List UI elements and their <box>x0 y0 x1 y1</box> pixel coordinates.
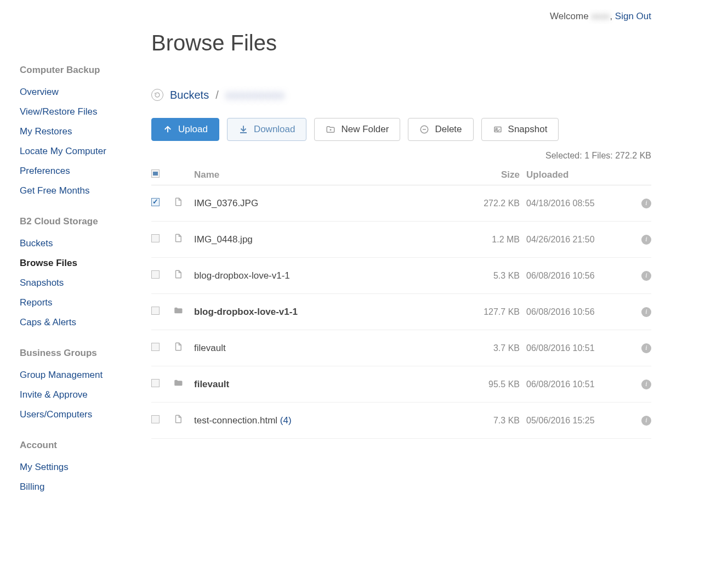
sidebar-item-reports[interactable]: Reports <box>20 293 132 313</box>
new-folder-icon <box>326 124 335 134</box>
sidebar-item-my-restores[interactable]: My Restores <box>20 122 132 142</box>
row-checkbox[interactable] <box>151 198 160 206</box>
col-size[interactable]: Size <box>470 169 520 180</box>
breadcrumb-current-blurred: xxxxxxxxx <box>225 88 285 101</box>
sidebar-item-caps-alerts[interactable]: Caps & Alerts <box>20 313 132 332</box>
delete-button[interactable]: Delete <box>408 118 473 141</box>
file-table: Name Size Uploaded IMG_0376.JPG272.2 KB0… <box>151 165 651 439</box>
sign-out-link[interactable]: Sign Out <box>615 11 651 21</box>
new-folder-button[interactable]: New Folder <box>314 118 400 141</box>
file-uploaded: 05/06/2016 15:25 <box>520 416 618 426</box>
username-blurred: xxxx <box>591 11 610 21</box>
sidebar-item-view-restore-files[interactable]: View/Restore Files <box>20 102 132 122</box>
info-icon[interactable]: i <box>641 199 651 208</box>
table-row: blog-dropbox-love-v1-15.3 KB06/08/2016 1… <box>151 258 651 294</box>
download-label: Download <box>254 124 295 135</box>
file-size: 5.3 KB <box>470 271 520 281</box>
file-uploaded: 06/08/2016 10:51 <box>520 343 618 353</box>
upload-icon <box>163 124 173 134</box>
table-header: Name Size Uploaded <box>151 165 651 185</box>
main-content: Welcome xxxx, Sign Out Browse Files Buck… <box>132 0 728 513</box>
file-size: 3.7 KB <box>470 343 520 353</box>
welcome-text: Welcome <box>550 11 589 21</box>
file-icon <box>173 233 183 244</box>
sidebar-section-header: B2 Cloud Storage <box>20 216 132 227</box>
sidebar-item-buckets[interactable]: Buckets <box>20 234 132 253</box>
file-uploaded: 04/18/2016 08:55 <box>520 199 618 208</box>
sidebar-item-preferences[interactable]: Preferences <box>20 161 132 181</box>
sidebar-item-browse-files[interactable]: Browse Files <box>20 253 132 273</box>
file-uploaded: 04/26/2016 21:50 <box>520 235 618 245</box>
download-icon <box>238 124 248 134</box>
toolbar: Upload Download New Folder Delete Snapsh… <box>151 118 651 141</box>
select-all-checkbox[interactable] <box>151 169 160 178</box>
file-size: 272.2 KB <box>470 199 520 208</box>
folder-icon <box>173 377 183 388</box>
info-icon[interactable]: i <box>641 235 651 245</box>
row-checkbox[interactable] <box>151 270 160 279</box>
new-folder-label: New Folder <box>341 124 389 135</box>
col-uploaded[interactable]: Uploaded <box>520 169 618 180</box>
version-count[interactable]: (4) <box>277 415 292 426</box>
file-name[interactable]: IMG_0376.JPG <box>194 198 258 208</box>
snapshot-label: Snapshot <box>508 124 548 135</box>
table-row: test-connection.html (4)7.3 KB05/06/2016… <box>151 403 651 439</box>
breadcrumb: Buckets / xxxxxxxxx <box>151 88 651 101</box>
file-size: 127.7 KB <box>470 307 520 317</box>
back-icon[interactable] <box>151 89 163 101</box>
file-uploaded: 06/08/2016 10:51 <box>520 380 618 389</box>
page-title: Browse Files <box>151 31 651 55</box>
file-name[interactable]: filevault <box>194 379 229 389</box>
file-icon <box>173 341 183 352</box>
row-checkbox[interactable] <box>151 415 160 423</box>
sidebar-section-header: Business Groups <box>20 348 132 359</box>
sidebar-item-get-free-months[interactable]: Get Free Months <box>20 181 132 201</box>
file-icon <box>173 414 183 424</box>
file-uploaded: 06/08/2016 10:56 <box>520 271 618 281</box>
sidebar-item-overview[interactable]: Overview <box>20 82 132 102</box>
selection-info: Selected: 1 Files: 272.2 KB <box>151 151 651 161</box>
col-name[interactable]: Name <box>194 169 470 180</box>
row-checkbox[interactable] <box>151 343 160 351</box>
table-row: IMG_0448.jpg1.2 MB04/26/2016 21:50i <box>151 222 651 258</box>
sidebar-section-header: Computer Backup <box>20 65 132 76</box>
table-row: IMG_0376.JPG272.2 KB04/18/2016 08:55i <box>151 185 651 222</box>
sidebar-item-my-settings[interactable]: My Settings <box>20 457 132 477</box>
file-name[interactable]: test-connection.html <box>194 415 277 426</box>
sidebar-section-header: Account <box>20 440 132 451</box>
row-checkbox[interactable] <box>151 234 160 242</box>
file-name[interactable]: blog-dropbox-love-v1-1 <box>194 270 290 281</box>
delete-label: Delete <box>435 124 462 135</box>
row-checkbox[interactable] <box>151 307 160 315</box>
table-row: blog-dropbox-love-v1-1127.7 KB06/08/2016… <box>151 294 651 330</box>
snapshot-button[interactable]: Snapshot <box>481 118 559 141</box>
download-button[interactable]: Download <box>227 118 307 141</box>
table-row: filevault3.7 KB06/08/2016 10:51i <box>151 330 651 366</box>
file-icon <box>173 196 183 207</box>
file-name[interactable]: blog-dropbox-love-v1-1 <box>194 307 298 317</box>
file-size: 1.2 MB <box>470 235 520 245</box>
info-icon[interactable]: i <box>641 271 651 281</box>
upload-button[interactable]: Upload <box>151 118 219 141</box>
delete-icon <box>419 124 429 134</box>
info-icon[interactable]: i <box>641 343 651 353</box>
sidebar-item-users-computers[interactable]: Users/Computers <box>20 405 132 424</box>
file-name[interactable]: filevault <box>194 343 226 353</box>
file-size: 7.3 KB <box>470 416 520 426</box>
info-icon[interactable]: i <box>641 416 651 426</box>
sidebar-item-invite-approve[interactable]: Invite & Approve <box>20 385 132 405</box>
folder-icon <box>173 305 183 316</box>
sidebar-item-snapshots[interactable]: Snapshots <box>20 273 132 293</box>
sidebar: Computer BackupOverviewView/Restore File… <box>0 0 132 513</box>
file-name[interactable]: IMG_0448.jpg <box>194 234 253 245</box>
info-icon[interactable]: i <box>641 380 651 389</box>
row-checkbox[interactable] <box>151 379 160 387</box>
breadcrumb-root[interactable]: Buckets <box>170 89 209 101</box>
sidebar-item-billing[interactable]: Billing <box>20 477 132 497</box>
info-icon[interactable]: i <box>641 307 651 317</box>
sidebar-item-locate-my-computer[interactable]: Locate My Computer <box>20 142 132 161</box>
breadcrumb-sep: / <box>215 89 219 101</box>
file-size: 95.5 KB <box>470 380 520 389</box>
sidebar-item-group-management[interactable]: Group Management <box>20 365 132 385</box>
top-bar: Welcome xxxx, Sign Out <box>151 11 651 22</box>
